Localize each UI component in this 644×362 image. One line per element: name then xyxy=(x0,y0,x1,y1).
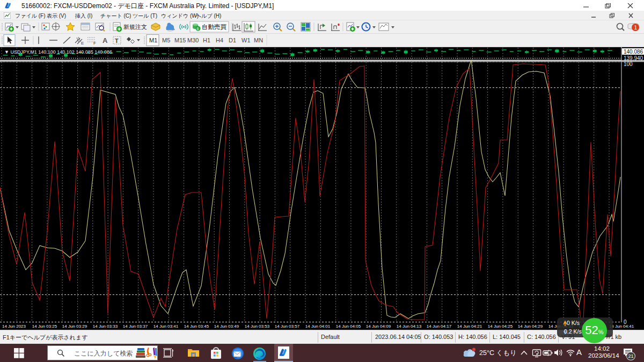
svg-text:14 Jun 04:05: 14 Jun 04:05 xyxy=(336,324,361,329)
svg-text:D1: D1 xyxy=(229,37,236,43)
svg-text:100: 100 xyxy=(624,61,633,67)
svg-text:14 Jun 03:41: 14 Jun 03:41 xyxy=(153,324,179,329)
svg-text:14 Jun 04:17: 14 Jun 04:17 xyxy=(427,324,452,329)
svg-text:H4: H4 xyxy=(216,37,223,43)
svg-text:M30: M30 xyxy=(187,37,199,43)
svg-text:14 Jun 04:29: 14 Jun 04:29 xyxy=(518,324,543,329)
svg-text:139.940: 139.940 xyxy=(624,55,643,61)
svg-text:14 Jun 03:57: 14 Jun 03:57 xyxy=(275,324,300,329)
svg-text:14 Jun 03:53: 14 Jun 03:53 xyxy=(245,324,270,329)
svg-text:M1: M1 xyxy=(149,37,157,43)
svg-text:14 Jun 04:09: 14 Jun 04:09 xyxy=(366,324,391,329)
svg-text:14 Jun 03:37: 14 Jun 03:37 xyxy=(123,324,148,329)
svg-text:14 Jun 04:21: 14 Jun 04:21 xyxy=(457,324,482,329)
svg-text:M15: M15 xyxy=(174,37,186,43)
svg-text:▼ USDJPY,M1 140.100 140.102 14: ▼ USDJPY,M1 140.100 140.102 140.085 140.… xyxy=(4,49,112,55)
svg-text:W1: W1 xyxy=(241,37,251,43)
svg-text:F: F xyxy=(93,41,96,46)
svg-text:H1: H1 xyxy=(203,37,210,43)
svg-text:1: 1 xyxy=(634,25,638,31)
svg-text:14 Jun 03:25: 14 Jun 03:25 xyxy=(32,324,57,329)
svg-text:M5: M5 xyxy=(162,37,170,43)
svg-text:14 Jun 03:49: 14 Jun 03:49 xyxy=(214,324,239,329)
svg-text:14 Jun 03:45: 14 Jun 03:45 xyxy=(184,324,209,329)
svg-text:14 Jun 04:25: 14 Jun 04:25 xyxy=(488,324,513,329)
svg-text:14 Jun 04:13: 14 Jun 04:13 xyxy=(397,324,422,329)
svg-text:MN: MN xyxy=(254,37,263,43)
svg-text:E: E xyxy=(81,41,84,46)
svg-text:新規注文: 新規注文 xyxy=(123,24,147,30)
svg-text:14 Jun 2023: 14 Jun 2023 xyxy=(2,324,26,329)
svg-text:A: A xyxy=(103,36,108,45)
svg-text:14 Jun 04:01: 14 Jun 04:01 xyxy=(305,324,331,329)
svg-text:14 Jun 03:29: 14 Jun 03:29 xyxy=(62,324,87,329)
svg-text:140.086: 140.086 xyxy=(624,49,643,55)
svg-text:自動売買: 自動売買 xyxy=(202,24,227,30)
svg-text:14 Jun 03:33: 14 Jun 03:33 xyxy=(93,324,118,329)
svg-text:6: 6 xyxy=(197,27,199,31)
svg-text:T: T xyxy=(115,38,119,44)
